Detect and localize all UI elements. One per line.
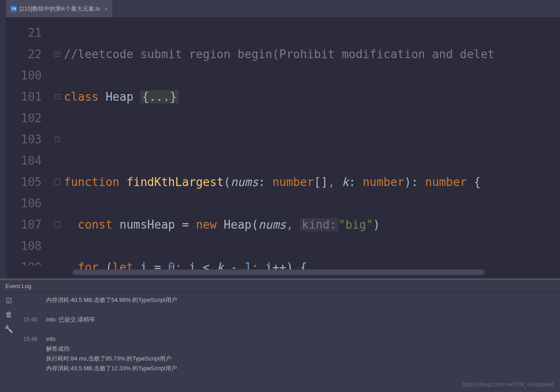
identifier: k bbox=[217, 261, 224, 269]
number: 0 bbox=[168, 261, 175, 269]
trash-icon[interactable]: 🗑 bbox=[4, 310, 13, 319]
tab-bar: TS [215]数组中的第K个最大元素.ts × bbox=[6, 0, 560, 18]
log-entry: 15:45 info: 已提交,请稍等 bbox=[23, 315, 555, 325]
fold-collapse-icon[interactable]: − bbox=[51, 129, 64, 150]
event-log-panel: Event Log ☑ 🗑 🔧 内存消耗:40.5 MB,击败了54.98% 的… bbox=[0, 280, 560, 392]
line-number: 107 bbox=[6, 214, 42, 235]
array-bracket: [] bbox=[314, 175, 328, 189]
line-number: 104 bbox=[6, 150, 42, 171]
class-ref: Heap bbox=[224, 218, 252, 231]
keyword-new: new bbox=[196, 218, 217, 231]
log-entry: 执行耗时:84 ms,击败了95.73% 的TypeScript用户 bbox=[23, 354, 555, 364]
typescript-icon: TS bbox=[11, 6, 17, 12]
editor-container: TS [215]数组中的第K个最大元素.ts × 21 22 100 101 1… bbox=[0, 0, 560, 278]
wrench-icon[interactable]: 🔧 bbox=[4, 325, 13, 333]
identifier: numsHeap bbox=[119, 218, 175, 231]
log-message: 执行耗时:84 ms,击败了95.73% 的TypeScript用户 bbox=[46, 354, 555, 364]
code-content[interactable]: //leetcode submit region begin(Prohibit … bbox=[64, 18, 560, 269]
fold-collapse-icon[interactable]: − bbox=[51, 86, 64, 107]
keyword-function: function bbox=[64, 175, 119, 189]
log-message: info: 已提交,请稍等 bbox=[46, 315, 555, 325]
line-number: 22 bbox=[6, 44, 42, 65]
log-message: 内存消耗:40.5 MB,击败了54.98% 的TypeScript用户 bbox=[46, 295, 555, 305]
left-strip bbox=[0, 0, 6, 278]
log-time: 15:46 bbox=[23, 334, 41, 344]
fold-end-icon[interactable] bbox=[51, 214, 64, 235]
line-number: 101 bbox=[6, 86, 42, 107]
line-number: 105 bbox=[6, 171, 42, 193]
operator: < bbox=[196, 261, 217, 269]
type: number bbox=[425, 175, 467, 189]
tab-filename: [215]数组中的第K个最大元素.ts bbox=[20, 5, 100, 13]
close-icon[interactable]: × bbox=[104, 5, 108, 12]
line-number: 100 bbox=[6, 65, 42, 86]
type: number bbox=[363, 175, 404, 189]
log-content[interactable]: 内存消耗:40.5 MB,击败了54.98% 的TypeScript用户 15:… bbox=[18, 293, 560, 392]
keyword-let: let bbox=[113, 261, 134, 269]
file-tab[interactable]: TS [215]数组中的第K个最大元素.ts × bbox=[6, 0, 113, 17]
param: nums bbox=[231, 175, 259, 189]
param-hint: kind: bbox=[300, 218, 338, 231]
line-number: 21 bbox=[6, 22, 42, 44]
fold-end-icon[interactable] bbox=[51, 171, 64, 193]
log-message: 内存消耗:43.5 MB,击败了12.33% 的TypeScript用户 bbox=[46, 364, 555, 373]
class-name: Heap bbox=[106, 90, 134, 103]
fold-placeholder[interactable]: {...} bbox=[140, 90, 178, 103]
log-entry: 内存消耗:43.5 MB,击败了12.33% 的TypeScript用户 bbox=[23, 364, 555, 373]
code-comment: //leetcode submit region begin(Prohibit … bbox=[64, 48, 495, 61]
line-number: 103 bbox=[6, 129, 42, 150]
log-time: 15:45 bbox=[23, 315, 41, 325]
event-log-toolbar: ☑ 🗑 🔧 bbox=[0, 293, 18, 392]
log-message: info bbox=[46, 334, 555, 344]
watermark: https://blog.csdn.net/TM_Godspeed bbox=[462, 381, 554, 388]
panel-title: Event Log bbox=[0, 280, 560, 293]
line-gutter: 21 22 100 101 102 103 104 105 106 107 10… bbox=[6, 18, 51, 269]
fold-expand-icon[interactable]: + bbox=[51, 44, 64, 65]
log-message: 解答成功: bbox=[46, 344, 555, 354]
identifier: i bbox=[140, 261, 147, 269]
line-number: 106 bbox=[6, 193, 42, 214]
horizontal-scrollbar[interactable] bbox=[73, 269, 485, 275]
arg: nums bbox=[258, 218, 286, 231]
line-number: 108 bbox=[6, 235, 42, 257]
function-name: findKthLargest bbox=[126, 175, 224, 189]
string: "big" bbox=[339, 218, 373, 231]
keyword-class: class bbox=[64, 90, 99, 103]
log-entry: 解答成功: bbox=[23, 344, 555, 354]
param: k bbox=[342, 175, 349, 189]
type: number bbox=[272, 175, 314, 189]
line-number: 102 bbox=[6, 107, 42, 129]
check-icon[interactable]: ☑ bbox=[4, 296, 13, 305]
number: 1 bbox=[245, 261, 252, 269]
log-entry: 15:46 info bbox=[23, 334, 555, 344]
code-area[interactable]: 21 22 100 101 102 103 104 105 106 107 10… bbox=[6, 18, 560, 269]
log-entry: 内存消耗:40.5 MB,击败了54.98% 的TypeScript用户 bbox=[23, 295, 555, 305]
operator: = bbox=[175, 218, 196, 231]
line-number: 109 bbox=[6, 257, 42, 265]
increment: i++ bbox=[265, 261, 286, 269]
keyword-for: for bbox=[78, 261, 99, 269]
fold-gutter: + − − bbox=[51, 18, 64, 269]
keyword-const: const bbox=[78, 218, 112, 231]
